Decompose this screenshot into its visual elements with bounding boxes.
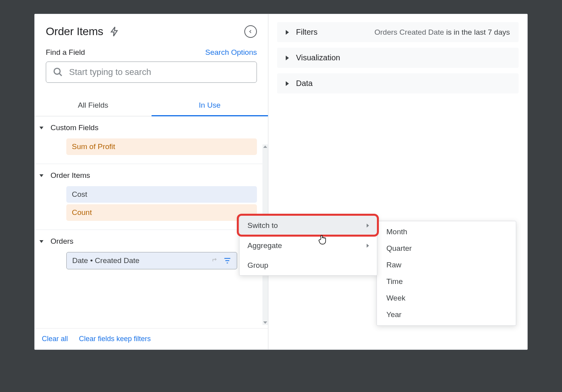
- accordion-filters[interactable]: Filters Orders Created Date is in the la…: [277, 22, 519, 42]
- ctx-aggregate-label: Aggregate: [247, 241, 282, 250]
- caret-down-icon: [39, 240, 43, 243]
- accordion-visualization[interactable]: Visualization: [277, 48, 519, 68]
- ctx-aggregate[interactable]: Aggregate: [240, 236, 377, 256]
- section-order-items: Order Items Cost Count: [35, 164, 268, 230]
- explore-app: Order Items Find a Field Search Options …: [34, 14, 528, 350]
- switch-to-submenu: Month Quarter Raw Time Week Year: [377, 221, 516, 326]
- section-header-order-items[interactable]: Order Items: [35, 171, 268, 185]
- submenu-week[interactable]: Week: [377, 290, 516, 306]
- tab-in-use[interactable]: In Use: [152, 94, 268, 116]
- field-context-menu: Switch to Aggregate Group: [239, 215, 377, 276]
- field-created-date-label: Date • Created Date: [72, 256, 139, 265]
- find-field-row: Find a Field Search Options: [35, 45, 268, 62]
- field-picker-pane: Order Items Find a Field Search Options …: [35, 14, 268, 349]
- caret-down-icon: [39, 174, 43, 177]
- scroll-up-icon: [263, 146, 267, 148]
- section-title-order-items: Order Items: [51, 171, 90, 180]
- collapse-button[interactable]: [244, 25, 257, 38]
- field-picker-footer: Clear all Clear fields keep filters: [35, 328, 268, 349]
- section-orders: Orders Date • Created Date i: [35, 230, 268, 278]
- search-options-link[interactable]: Search Options: [205, 48, 257, 57]
- clear-all-link[interactable]: Clear all: [42, 335, 68, 343]
- submenu-raw[interactable]: Raw: [377, 257, 516, 273]
- field-row-created-date: Date • Created Date i: [66, 252, 268, 269]
- ctx-switch-to-label: Switch to: [247, 221, 278, 230]
- tab-all-fields[interactable]: All Fields: [35, 94, 152, 116]
- scroll-down-icon: [263, 321, 267, 324]
- search-icon: [52, 67, 64, 78]
- chevron-right-icon: [286, 56, 289, 60]
- section-custom-fields: Custom Fields Sum of Profit: [35, 116, 268, 164]
- accordion-filters-label: Filters: [296, 28, 317, 37]
- accordion-data[interactable]: Data: [277, 73, 519, 93]
- chevron-right-icon: [367, 224, 369, 228]
- chevron-right-icon: [367, 244, 369, 248]
- search-input[interactable]: [69, 67, 250, 77]
- submenu-year[interactable]: Year: [377, 306, 516, 323]
- chevron-right-icon: [286, 30, 289, 35]
- svg-point-0: [54, 68, 60, 74]
- chevron-right-icon: [286, 81, 289, 86]
- search-box[interactable]: [46, 62, 257, 83]
- explore-title: Order Items: [46, 25, 103, 38]
- field-created-date[interactable]: Date • Created Date: [66, 252, 237, 269]
- submenu-month[interactable]: Month: [377, 224, 516, 240]
- chevron-left-icon: [248, 29, 253, 34]
- accordion-filters-desc: Orders Created Date is in the last 7 day…: [375, 28, 510, 37]
- accordion-visualization-label: Visualization: [296, 53, 340, 62]
- filter-icon[interactable]: [223, 257, 231, 265]
- clear-fields-keep-filters-link[interactable]: Clear fields keep filters: [79, 335, 151, 343]
- explore-header: Order Items: [35, 14, 268, 45]
- ctx-switch-to[interactable]: Switch to: [240, 216, 377, 235]
- caret-down-icon: [39, 127, 43, 129]
- field-sum-of-profit[interactable]: Sum of Profit: [66, 138, 257, 155]
- lightning-icon: [109, 26, 120, 37]
- find-field-label: Find a Field: [46, 48, 85, 57]
- field-action-icons: [212, 257, 231, 265]
- section-title-orders: Orders: [51, 237, 73, 246]
- submenu-time[interactable]: Time: [377, 273, 516, 290]
- field-count[interactable]: Count: [66, 204, 257, 221]
- submenu-quarter[interactable]: Quarter: [377, 240, 516, 257]
- section-header-custom[interactable]: Custom Fields: [35, 123, 268, 137]
- field-list: Custom Fields Sum of Profit Order Items …: [35, 116, 268, 328]
- section-title-custom: Custom Fields: [51, 123, 98, 132]
- ctx-group-label: Group: [247, 261, 268, 270]
- section-header-orders[interactable]: Orders: [35, 237, 268, 250]
- accordion-data-label: Data: [296, 79, 313, 88]
- ctx-group[interactable]: Group: [240, 256, 377, 275]
- field-tabs: All Fields In Use: [35, 94, 268, 116]
- pivot-icon[interactable]: [212, 257, 219, 265]
- field-cost[interactable]: Cost: [66, 186, 257, 203]
